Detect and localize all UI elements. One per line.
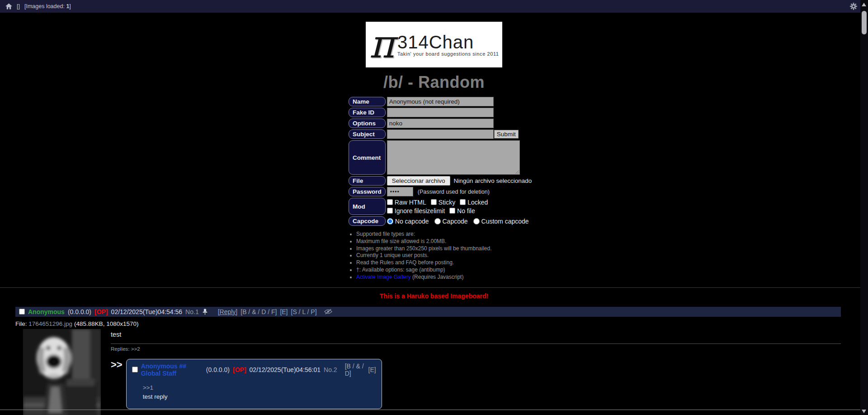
images-loaded-suffix: ] <box>69 3 71 10</box>
scrollbar-up-arrow-icon[interactable] <box>862 3 866 6</box>
file-info-line: File: 1764651296.jpg (485.88KB, 1080x157… <box>15 320 841 327</box>
locked-checkbox[interactable] <box>460 199 466 205</box>
capcode-radio[interactable] <box>434 218 441 224</box>
capcode-radio-label[interactable]: Capcode <box>434 218 468 225</box>
info-item: Supported file types are: <box>356 231 521 238</box>
locked-checkbox-label[interactable]: Locked <box>460 199 488 206</box>
info-text: Read the Rules and FAQ before posting. <box>356 259 454 266</box>
board-info-list: Supported file types are: Maximum file s… <box>356 231 521 281</box>
info-text: Maximum file size allowed is 2.00MB. <box>356 238 446 244</box>
choose-file-button[interactable]: Seleccionar archivo <box>387 176 450 186</box>
info-text: Currently 1 unique user posts. <box>356 252 429 258</box>
op-select-checkbox[interactable] <box>19 309 25 315</box>
no-capcode-radio[interactable] <box>387 218 393 224</box>
reply-arrow-marker: >> <box>111 360 123 370</box>
images-loaded-status: [Images loaded: 1] <box>24 3 71 10</box>
info-text: Images greater than 250x250 pixels will … <box>356 245 492 252</box>
op-post-header: Anonymous (0.0.0.0) [OP] 02/12/2025(Tue)… <box>15 307 841 317</box>
op-poster-name[interactable]: Anonymous <box>28 308 65 315</box>
no-capcode-text: No capcode <box>395 218 429 225</box>
op-mod-links-2[interactable]: [E] <box>280 308 288 315</box>
board-title: /b/ - Random <box>0 73 868 92</box>
info-text: †: Available options: sage (antibump) <box>356 267 445 273</box>
op-post-number[interactable]: No.1 <box>185 308 199 315</box>
op-tag: [OP] <box>94 308 108 315</box>
sticky-pin-icon <box>202 309 208 315</box>
ignore-filesize-checkbox-label[interactable]: Ignore filesizelimit <box>387 207 445 215</box>
raw-html-checkbox-label[interactable]: Raw HTML <box>387 199 426 206</box>
comment-textarea[interactable] <box>387 140 520 175</box>
reply-op-tag: [OP] <box>233 366 246 373</box>
top-navigation-bar: [] [Images loaded: 1] <box>0 0 868 13</box>
post-image-thumbnail[interactable] <box>23 329 101 415</box>
password-input[interactable] <box>387 187 413 196</box>
post-form: Name Fake ID Options Subject Submit Comm… <box>347 95 521 281</box>
reply-post-header: Anonymous ## Global Staff (0.0.0.0) [OP]… <box>132 363 376 377</box>
file-name-link[interactable]: 1764651296.jpg <box>28 320 72 327</box>
no-capcode-radio-label[interactable]: No capcode <box>387 218 429 225</box>
file-label-text: File: <box>15 320 27 327</box>
replies-line: Replies: >>2 <box>111 346 841 352</box>
reply-poster-name[interactable]: Anonymous ## Global Staff <box>141 363 203 377</box>
custom-capcode-radio-label[interactable]: Custom capcode <box>473 218 529 225</box>
board-list-brackets[interactable]: [] <box>17 3 20 10</box>
images-loaded-prefix: [Images loaded: <box>24 3 66 10</box>
info-item-gallery: Activate Image Gallery (Requires Javascr… <box>356 274 521 281</box>
name-label: Name <box>349 97 386 106</box>
site-title: 314Chan <box>397 33 499 51</box>
sticky-checkbox-label[interactable]: Sticky <box>431 199 455 206</box>
subject-label: Subject <box>349 129 386 139</box>
gear-icon[interactable] <box>850 3 857 10</box>
reply-post-number[interactable]: No.2 <box>324 366 337 373</box>
no-file-checkbox-label[interactable]: No file <box>449 207 475 215</box>
submit-button[interactable]: Submit <box>494 130 519 138</box>
no-file-checkbox[interactable] <box>449 208 455 214</box>
custom-capcode-radio[interactable] <box>473 218 480 224</box>
op-mod-links-1[interactable]: [B / & / D / F] <box>241 308 277 315</box>
reply-select-checkbox[interactable] <box>132 367 138 372</box>
scrollbar-thumb[interactable] <box>862 11 867 34</box>
thread: Anonymous (0.0.0.0) [OP] 02/12/2025(Tue)… <box>15 307 841 410</box>
password-note: (Password used for deletion) <box>418 189 490 195</box>
sticky-text: Sticky <box>439 199 455 206</box>
thread-body: test Replies: >>2 >> Anonymous ## Global… <box>15 328 841 410</box>
gallery-note: (Requires Javascript) <box>412 274 463 280</box>
ignore-filesize-checkbox[interactable] <box>387 208 393 214</box>
sticky-checkbox[interactable] <box>431 199 437 205</box>
options-input[interactable] <box>387 119 494 128</box>
reply-2-link[interactable]: >>2 <box>131 346 140 352</box>
info-item: Read the Rules and FAQ before posting. <box>356 259 521 267</box>
info-item: †: Available options: sage (antibump) <box>356 267 521 274</box>
capcode-text: Capcode <box>443 218 468 225</box>
reply-content: >>1 test reply <box>143 383 376 402</box>
reply-mod-links-2[interactable]: [E] <box>368 366 376 373</box>
message-divider <box>111 343 841 344</box>
scrollbar-down-arrow-icon[interactable] <box>862 410 866 413</box>
file-label: File <box>349 176 386 186</box>
raw-html-checkbox[interactable] <box>387 199 393 205</box>
home-icon[interactable] <box>5 3 12 10</box>
scrollbar[interactable] <box>860 0 868 415</box>
file-status-text: Ningún archivo seleccionado <box>454 177 532 184</box>
op-message: test <box>111 328 841 338</box>
hide-thread-eye-icon[interactable] <box>324 309 332 315</box>
locked-text: Locked <box>467 199 488 206</box>
quote-link[interactable]: >>1 <box>143 383 376 392</box>
replies-label: Replies: <box>111 346 130 352</box>
password-label: Password <box>349 187 386 196</box>
reply-row: >> Anonymous ## Global Staff (0.0.0.0) [… <box>111 359 841 410</box>
info-item: Maximum file size allowed is 2.00MB. <box>356 238 521 245</box>
pi-logo-glyph: π <box>369 24 395 64</box>
op-mod-links-3[interactable]: [S / L / P] <box>291 308 317 315</box>
reply-mod-links-1[interactable]: [B / & / D] <box>345 363 365 377</box>
reply-link[interactable]: [Reply] <box>218 308 238 315</box>
activate-image-gallery-link[interactable]: Activate Image Gallery <box>356 274 411 280</box>
fake-id-input[interactable] <box>387 108 494 117</box>
raw-html-text: Raw HTML <box>395 199 426 206</box>
custom-capcode-text: Custom capcode <box>481 218 529 225</box>
name-input[interactable] <box>387 97 494 106</box>
subject-input[interactable] <box>387 129 494 139</box>
logo-text: 314Chan Takin' your board suggestions si… <box>397 33 499 57</box>
ignore-filesize-text: Ignore filesizelimit <box>395 207 445 215</box>
no-file-text: No file <box>457 207 475 215</box>
